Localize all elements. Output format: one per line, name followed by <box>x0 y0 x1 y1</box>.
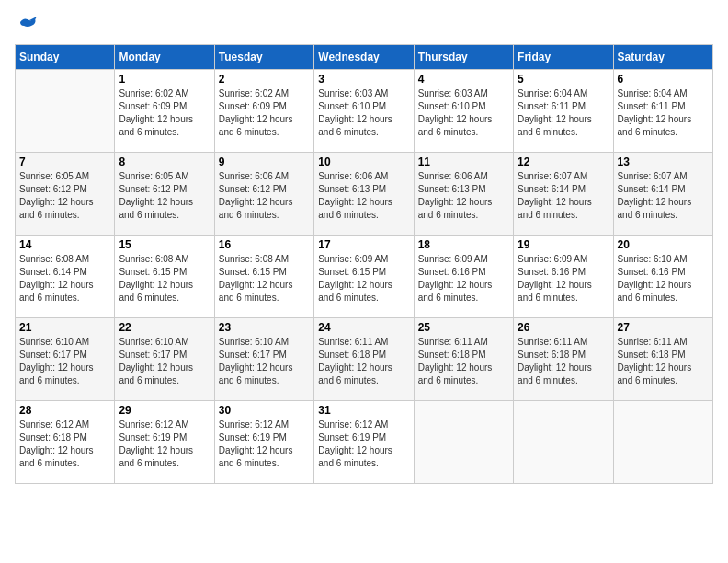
day-number: 10 <box>318 155 409 168</box>
calendar-cell: 6Sunrise: 6:04 AMSunset: 6:11 PMDaylight… <box>613 70 712 153</box>
day-number: 8 <box>119 155 210 168</box>
calendar-cell <box>613 401 712 484</box>
calendar-cell <box>16 70 115 153</box>
day-number: 29 <box>119 404 210 417</box>
day-number: 4 <box>418 73 509 86</box>
day-info: Sunrise: 6:06 AMSunset: 6:12 PMDaylight:… <box>219 170 310 222</box>
calendar-header-row: SundayMondayTuesdayWednesdayThursdayFrid… <box>16 45 713 70</box>
day-info: Sunrise: 6:10 AMSunset: 6:16 PMDaylight:… <box>618 253 709 304</box>
calendar-cell: 30Sunrise: 6:12 AMSunset: 6:19 PMDayligh… <box>214 401 313 484</box>
calendar-cell: 10Sunrise: 6:06 AMSunset: 6:13 PMDayligh… <box>314 153 414 236</box>
calendar-cell: 3Sunrise: 6:03 AMSunset: 6:10 PMDaylight… <box>314 70 414 153</box>
day-info: Sunrise: 6:07 AMSunset: 6:14 PMDaylight:… <box>518 170 609 222</box>
logo <box>15 15 39 37</box>
day-info: Sunrise: 6:05 AMSunset: 6:12 PMDaylight:… <box>19 170 110 222</box>
day-number: 23 <box>219 321 310 334</box>
calendar-cell <box>414 401 513 484</box>
calendar-cell: 4Sunrise: 6:03 AMSunset: 6:10 PMDaylight… <box>414 70 513 153</box>
calendar-cell: 20Sunrise: 6:10 AMSunset: 6:16 PMDayligh… <box>613 236 712 318</box>
day-number: 21 <box>19 321 110 334</box>
day-number: 28 <box>19 404 110 417</box>
day-number: 30 <box>219 404 310 417</box>
calendar-cell: 16Sunrise: 6:08 AMSunset: 6:15 PMDayligh… <box>214 236 313 318</box>
calendar-cell: 21Sunrise: 6:10 AMSunset: 6:17 PMDayligh… <box>16 318 115 401</box>
day-header-tuesday: Tuesday <box>214 45 313 70</box>
calendar-cell: 26Sunrise: 6:11 AMSunset: 6:18 PMDayligh… <box>514 318 613 401</box>
calendar-cell: 12Sunrise: 6:07 AMSunset: 6:14 PMDayligh… <box>514 153 613 236</box>
calendar-cell: 25Sunrise: 6:11 AMSunset: 6:18 PMDayligh… <box>414 318 513 401</box>
day-number: 13 <box>618 155 709 168</box>
day-number: 31 <box>318 404 409 417</box>
day-info: Sunrise: 6:08 AMSunset: 6:15 PMDaylight:… <box>219 253 310 304</box>
calendar-cell: 2Sunrise: 6:02 AMSunset: 6:09 PMDaylight… <box>214 70 313 153</box>
day-info: Sunrise: 6:08 AMSunset: 6:15 PMDaylight:… <box>119 253 210 304</box>
day-info: Sunrise: 6:10 AMSunset: 6:17 PMDaylight:… <box>119 336 210 387</box>
day-info: Sunrise: 6:09 AMSunset: 6:16 PMDaylight:… <box>518 253 609 304</box>
day-number: 12 <box>518 155 609 168</box>
day-number: 16 <box>219 238 310 251</box>
calendar-cell: 24Sunrise: 6:11 AMSunset: 6:18 PMDayligh… <box>314 318 414 401</box>
day-info: Sunrise: 6:05 AMSunset: 6:12 PMDaylight:… <box>119 170 210 222</box>
day-number: 18 <box>418 238 509 251</box>
day-info: Sunrise: 6:10 AMSunset: 6:17 PMDaylight:… <box>19 336 110 387</box>
calendar-week-row: 21Sunrise: 6:10 AMSunset: 6:17 PMDayligh… <box>16 318 713 401</box>
day-info: Sunrise: 6:04 AMSunset: 6:11 PMDaylight:… <box>618 87 709 139</box>
day-info: Sunrise: 6:03 AMSunset: 6:10 PMDaylight:… <box>418 87 509 139</box>
calendar-week-row: 1Sunrise: 6:02 AMSunset: 6:09 PMDaylight… <box>16 70 713 153</box>
calendar-cell: 29Sunrise: 6:12 AMSunset: 6:19 PMDayligh… <box>115 401 214 484</box>
calendar-cell: 31Sunrise: 6:12 AMSunset: 6:19 PMDayligh… <box>314 401 414 484</box>
day-header-friday: Friday <box>514 45 613 70</box>
day-info: Sunrise: 6:11 AMSunset: 6:18 PMDaylight:… <box>318 336 409 387</box>
calendar-table: SundayMondayTuesdayWednesdayThursdayFrid… <box>15 44 713 484</box>
day-number: 20 <box>618 238 709 251</box>
day-number: 19 <box>518 238 609 251</box>
day-number: 17 <box>318 238 409 251</box>
day-header-sunday: Sunday <box>16 45 115 70</box>
calendar-cell: 1Sunrise: 6:02 AMSunset: 6:09 PMDaylight… <box>115 70 214 153</box>
calendar-cell: 28Sunrise: 6:12 AMSunset: 6:18 PMDayligh… <box>16 401 115 484</box>
day-info: Sunrise: 6:12 AMSunset: 6:19 PMDaylight:… <box>318 419 409 470</box>
day-number: 14 <box>19 238 110 251</box>
calendar-cell: 27Sunrise: 6:11 AMSunset: 6:18 PMDayligh… <box>613 318 712 401</box>
day-number: 25 <box>418 321 509 334</box>
day-info: Sunrise: 6:02 AMSunset: 6:09 PMDaylight:… <box>119 87 210 139</box>
day-header-wednesday: Wednesday <box>314 45 414 70</box>
day-info: Sunrise: 6:11 AMSunset: 6:18 PMDaylight:… <box>518 336 609 387</box>
day-info: Sunrise: 6:08 AMSunset: 6:14 PMDaylight:… <box>19 253 110 304</box>
day-number: 9 <box>219 155 310 168</box>
day-number: 5 <box>518 73 609 86</box>
day-number: 22 <box>119 321 210 334</box>
calendar-cell: 23Sunrise: 6:10 AMSunset: 6:17 PMDayligh… <box>214 318 313 401</box>
calendar-week-row: 7Sunrise: 6:05 AMSunset: 6:12 PMDaylight… <box>16 153 713 236</box>
calendar-cell: 18Sunrise: 6:09 AMSunset: 6:16 PMDayligh… <box>414 236 513 318</box>
day-info: Sunrise: 6:06 AMSunset: 6:13 PMDaylight:… <box>418 170 509 222</box>
day-info: Sunrise: 6:03 AMSunset: 6:10 PMDaylight:… <box>318 87 409 139</box>
calendar-cell: 8Sunrise: 6:05 AMSunset: 6:12 PMDaylight… <box>115 153 214 236</box>
calendar-cell: 5Sunrise: 6:04 AMSunset: 6:11 PMDaylight… <box>514 70 613 153</box>
header <box>15 15 713 37</box>
calendar-cell: 22Sunrise: 6:10 AMSunset: 6:17 PMDayligh… <box>115 318 214 401</box>
logo-bird-icon <box>17 15 39 37</box>
calendar-week-row: 28Sunrise: 6:12 AMSunset: 6:18 PMDayligh… <box>16 401 713 484</box>
calendar-cell <box>514 401 613 484</box>
day-header-saturday: Saturday <box>613 45 712 70</box>
day-info: Sunrise: 6:04 AMSunset: 6:11 PMDaylight:… <box>518 87 609 139</box>
day-number: 11 <box>418 155 509 168</box>
day-number: 15 <box>119 238 210 251</box>
calendar-cell: 15Sunrise: 6:08 AMSunset: 6:15 PMDayligh… <box>115 236 214 318</box>
day-header-thursday: Thursday <box>414 45 513 70</box>
day-info: Sunrise: 6:07 AMSunset: 6:14 PMDaylight:… <box>618 170 709 222</box>
day-number: 7 <box>19 155 110 168</box>
day-info: Sunrise: 6:12 AMSunset: 6:19 PMDaylight:… <box>119 419 210 470</box>
calendar-cell: 14Sunrise: 6:08 AMSunset: 6:14 PMDayligh… <box>16 236 115 318</box>
day-info: Sunrise: 6:11 AMSunset: 6:18 PMDaylight:… <box>618 336 709 387</box>
day-number: 24 <box>318 321 409 334</box>
day-number: 3 <box>318 73 409 86</box>
day-info: Sunrise: 6:09 AMSunset: 6:16 PMDaylight:… <box>418 253 509 304</box>
day-number: 27 <box>618 321 709 334</box>
day-number: 26 <box>518 321 609 334</box>
day-number: 6 <box>618 73 709 86</box>
day-info: Sunrise: 6:02 AMSunset: 6:09 PMDaylight:… <box>219 87 310 139</box>
day-number: 1 <box>119 73 210 86</box>
day-info: Sunrise: 6:10 AMSunset: 6:17 PMDaylight:… <box>219 336 310 387</box>
